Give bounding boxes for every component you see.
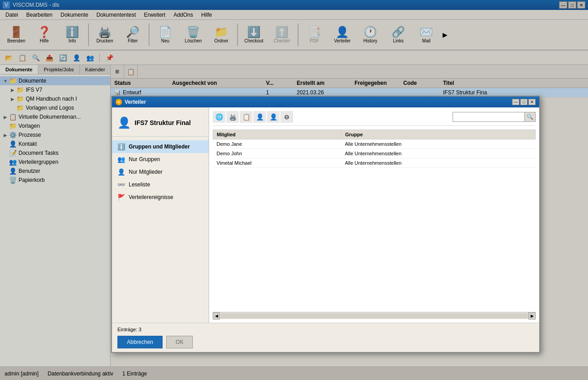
modal-ok-button[interactable]: OK xyxy=(166,336,193,348)
nav-ereignisse-icon: 🚩 xyxy=(117,194,125,201)
modal-table-area: Mitglied Gruppe Demo Jane Alle Unternehm… xyxy=(213,130,536,312)
gruppe-2: Alle Unternehmensstellen xyxy=(341,149,536,158)
nav-gruppen-mitglieder[interactable]: ℹ️ Gruppen und Mitglieder xyxy=(112,140,209,153)
modal-table-row-2[interactable]: Demo John Alle Unternehmensstellen xyxy=(213,149,536,158)
modal-minimize-button[interactable]: — xyxy=(512,99,519,105)
modal-body: 👤 IFS7 Struktur Final ℹ️ Gruppen und Mit… xyxy=(112,107,539,323)
nav-leseliste[interactable]: 👓 Leseliste xyxy=(112,178,209,191)
modal-col-mitglied: Mitglied xyxy=(213,130,341,139)
modal-cancel-button[interactable]: Abbrechen xyxy=(117,336,163,348)
modal-maximize-button[interactable]: □ xyxy=(520,99,527,105)
modal-tool-print[interactable]: 🖨️ xyxy=(226,111,239,123)
modal-doc-icon: 👤 xyxy=(117,116,131,129)
modal-search: 🔍 xyxy=(453,112,536,122)
modal-tool-user-remove[interactable]: 👤 xyxy=(267,111,280,123)
modal-table-row-1[interactable]: Demo Jane Alle Unternehmensstellen xyxy=(213,139,536,149)
modal-col-gruppe: Gruppe xyxy=(341,130,536,139)
modal-search-button[interactable]: 🔍 xyxy=(525,112,536,122)
modal-toolbar: 🌐 🖨️ 📋 👤 👤 ⊖ 🔍 xyxy=(213,111,536,126)
nav-nur-mitglieder[interactable]: 👤 Nur Mitglieder xyxy=(112,166,209,178)
scroll-track[interactable] xyxy=(221,314,527,318)
gruppe-3: Alle Unternehmensstellen xyxy=(341,158,536,168)
modal-search-input[interactable] xyxy=(453,112,525,122)
modal-overlay: V Verteiler — □ ✕ 👤 IFS7 Struktur Final … xyxy=(0,0,588,380)
modal-count: Einträge: 3 xyxy=(117,327,534,332)
modal-title-bar: V Verteiler — □ ✕ xyxy=(112,97,539,107)
nav-verteilerereignisse[interactable]: 🚩 Verteilerereignisse xyxy=(112,191,209,204)
gruppe-1: Alle Unternehmensstellen xyxy=(341,139,536,149)
modal-hscroll: ◀ ▶ xyxy=(213,312,536,319)
modal-controls: — □ ✕ xyxy=(512,99,536,105)
mitglied-1: Demo Jane xyxy=(213,139,341,149)
nav-nur-gruppen-icon: 👥 xyxy=(117,156,125,163)
modal-footer: Einträge: 3 Abbrechen OK xyxy=(112,323,539,352)
nav-gruppen-icon: ℹ️ xyxy=(117,143,125,150)
verteiler-modal: V Verteiler — □ ✕ 👤 IFS7 Struktur Final … xyxy=(111,96,540,353)
modal-buttons: Abbrechen OK xyxy=(117,336,534,348)
modal-table-row-3[interactable]: Vimetal Michael Alle Unternehmensstellen xyxy=(213,158,536,168)
modal-tool-minus[interactable]: ⊖ xyxy=(280,111,293,123)
modal-left-panel: 👤 IFS7 Struktur Final ℹ️ Gruppen und Mit… xyxy=(112,107,209,323)
mitglied-2: Demo John xyxy=(213,149,341,158)
modal-doc-section: 👤 IFS7 Struktur Final xyxy=(112,113,209,137)
modal-title-text: V Verteiler xyxy=(116,99,146,105)
modal-tool-globe[interactable]: 🌐 xyxy=(213,111,225,123)
nav-leseliste-icon: 👓 xyxy=(117,181,125,188)
modal-right-panel: 🌐 🖨️ 📋 👤 👤 ⊖ 🔍 xyxy=(209,107,539,323)
modal-close-button[interactable]: ✕ xyxy=(528,99,536,105)
mitglied-3: Vimetal Michael xyxy=(213,158,341,168)
scroll-left-button[interactable]: ◀ xyxy=(213,312,220,320)
nav-nur-gruppen[interactable]: 👥 Nur Gruppen xyxy=(112,153,209,166)
nav-nur-mitglieder-icon: 👤 xyxy=(117,168,125,176)
modal-title-icon: V xyxy=(116,99,122,105)
modal-table: Mitglied Gruppe Demo Jane Alle Unternehm… xyxy=(213,130,536,168)
modal-tool-copy[interactable]: 📋 xyxy=(240,111,252,123)
modal-tool-user-add[interactable]: 👤 xyxy=(253,111,266,123)
scroll-right-button[interactable]: ▶ xyxy=(528,312,536,320)
modal-doc-title: IFS7 Struktur Final xyxy=(135,119,191,126)
